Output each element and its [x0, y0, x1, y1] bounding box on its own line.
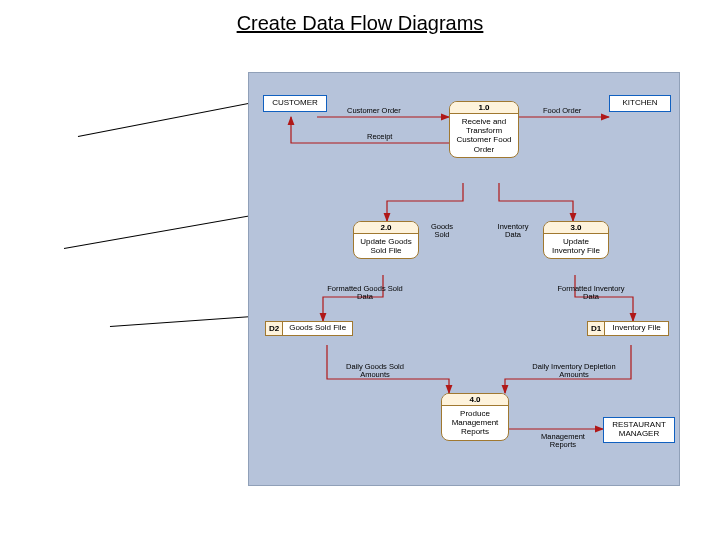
entity-kitchen: KITCHEN	[609, 95, 671, 112]
process-1: 1.0 Receive and Transform Customer Food …	[449, 101, 519, 158]
process-1-label: Receive and Transform Customer Food Orde…	[450, 114, 518, 157]
leader-line	[78, 99, 271, 137]
flow-formatted-inventory-data: Formatted Inventory Data	[551, 285, 631, 301]
datastore-d1-id: D1	[588, 322, 605, 335]
entity-restaurant-manager: RESTAURANT MANAGER	[603, 417, 675, 443]
datastore-d2-id: D2	[266, 322, 283, 335]
process-2-label: Update Goods Sold File	[354, 234, 418, 258]
datastore-d1: D1 Inventory File	[587, 321, 669, 336]
flow-food-order: Food Order	[543, 107, 581, 115]
flow-receipt: Receipt	[367, 133, 392, 141]
flow-inventory-data: Inventory Data	[493, 223, 533, 239]
process-4-id: 4.0	[442, 394, 508, 406]
datastore-d2: D2 Goods Sold File	[265, 321, 353, 336]
flow-customer-order: Customer Order	[347, 107, 401, 115]
flow-formatted-goods-sold-data: Formatted Goods Sold Data	[325, 285, 405, 301]
process-4-label: Produce Management Reports	[442, 406, 508, 440]
page-title: Create Data Flow Diagrams	[0, 0, 720, 35]
datastore-d1-label: Inventory File	[605, 322, 668, 335]
flow-daily-inventory-depletion-amounts: Daily Inventory Depletion Amounts	[529, 363, 619, 379]
dfd-canvas: CUSTOMER KITCHEN RESTAURANT MANAGER 1.0 …	[248, 72, 680, 486]
process-3-id: 3.0	[544, 222, 608, 234]
entity-customer: CUSTOMER	[263, 95, 327, 112]
process-4: 4.0 Produce Management Reports	[441, 393, 509, 441]
leader-line	[64, 211, 273, 249]
datastore-d2-label: Goods Sold File	[283, 322, 352, 335]
process-2-id: 2.0	[354, 222, 418, 234]
flow-daily-goods-sold-amounts: Daily Goods Sold Amounts	[335, 363, 415, 379]
process-3-label: Update Inventory File	[544, 234, 608, 258]
flow-management-reports: Management Reports	[533, 433, 593, 449]
flow-goods-sold: Goods Sold	[427, 223, 457, 239]
process-3: 3.0 Update Inventory File	[543, 221, 609, 259]
process-2: 2.0 Update Goods Sold File	[353, 221, 419, 259]
process-1-id: 1.0	[450, 102, 518, 114]
